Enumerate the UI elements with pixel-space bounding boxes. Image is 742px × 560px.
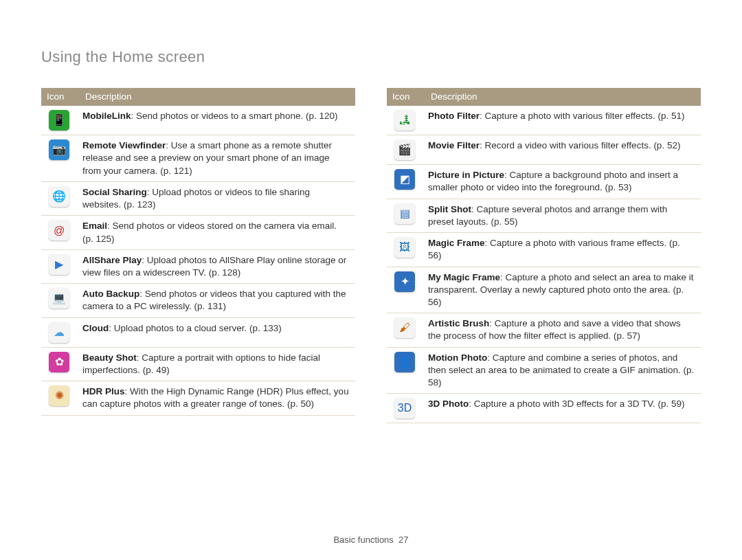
motion-photo-icon: 👤 — [394, 352, 415, 372]
icon-cell: 🖌 — [387, 313, 425, 347]
beauty-shot-icon: ✿ — [49, 352, 69, 372]
feature-title: 3D Photo — [428, 399, 469, 409]
feature-title: HDR Plus — [82, 386, 125, 396]
description-cell: Picture in Picture: Capture a background… — [425, 165, 701, 199]
feature-description: : Record a video with various filter eff… — [480, 140, 680, 150]
footer-page-number: 27 — [398, 535, 408, 545]
description-cell: HDR Plus: With the High Dynamic Range (H… — [80, 381, 355, 415]
content-columns: Icon Description 📱MobileLink: Send photo… — [41, 88, 701, 423]
description-cell: Beauty Shot: Capture a portrait with opt… — [80, 347, 355, 381]
icon-cell: 📷 — [41, 135, 80, 182]
icon-cell: ✦ — [387, 267, 425, 313]
feature-title: Movie Filter — [428, 140, 480, 150]
feature-title: Beauty Shot — [82, 352, 137, 363]
description-cell: Magic Frame: Capture a photo with variou… — [425, 233, 701, 267]
table-row: ✿Beauty Shot: Capture a portrait with op… — [41, 347, 355, 381]
icon-cell: ▤ — [387, 199, 425, 232]
feature-title: Auto Backup — [82, 289, 139, 299]
table-header-icon: Icon — [387, 88, 425, 106]
table-row: 👤Motion Photo: Capture and combine a ser… — [387, 347, 701, 394]
feature-description: : Capture a photo with 3D effects for a … — [469, 399, 684, 409]
description-cell: Email: Send photos or videos stored on t… — [80, 216, 355, 249]
feature-title: Social Sharing — [82, 187, 147, 197]
description-cell: Split Shot: Capture several photos and a… — [425, 199, 701, 232]
feature-title: Split Shot — [428, 204, 471, 214]
features-table-left: Icon Description 📱MobileLink: Send photo… — [41, 88, 355, 416]
three-d-photo-icon: 3D — [394, 398, 415, 418]
table-row: 💻Auto Backup: Send photos or videos that… — [41, 284, 355, 317]
icon-cell: 💻 — [41, 284, 80, 317]
icon-cell: ▶ — [41, 249, 80, 283]
page-footer: Basic functions 27 — [0, 535, 742, 545]
table-row: 🖼Magic Frame: Capture a photo with vario… — [387, 233, 701, 267]
feature-description: : Capture a photo with various filter ef… — [480, 111, 684, 121]
icon-cell: ☁ — [41, 317, 80, 347]
table-row: 🖌Artistic Brush: Capture a photo and sav… — [387, 313, 701, 347]
description-cell: Motion Photo: Capture and combine a seri… — [425, 347, 701, 394]
split-shot-icon: ▤ — [394, 203, 415, 224]
table-row: ✦My Magic Frame: Capture a photo and sel… — [387, 267, 701, 313]
table-row: ☁Cloud: Upload photos to a cloud server.… — [41, 317, 355, 347]
right-column: Icon Description 🏞Photo Filter: Capture … — [387, 88, 701, 423]
photo-filter-icon: 🏞 — [394, 110, 415, 131]
features-table-right: Icon Description 🏞Photo Filter: Capture … — [387, 88, 701, 423]
hdr-plus-icon: ✺ — [49, 385, 69, 406]
description-cell: Photo Filter: Capture a photo with vario… — [425, 106, 701, 135]
table-row: 📱MobileLink: Send photos or videos to a … — [41, 106, 355, 135]
feature-title: Motion Photo — [428, 352, 487, 363]
icon-cell: 🖼 — [387, 233, 425, 267]
feature-description: : Upload photos to a cloud server. (p. 1… — [109, 323, 281, 333]
feature-title: MobileLink — [82, 111, 131, 121]
table-row: ✺HDR Plus: With the High Dynamic Range (… — [41, 381, 355, 415]
icon-cell: 3D — [387, 394, 425, 423]
description-cell: Cloud: Upload photos to a cloud server. … — [80, 317, 355, 347]
feature-title: Magic Frame — [428, 238, 485, 248]
description-cell: Auto Backup: Send photos or videos that … — [80, 284, 355, 317]
allshare-play-icon: ▶ — [49, 254, 69, 275]
magic-frame-icon: 🖼 — [394, 237, 415, 258]
description-cell: Remote Viewfinder: Use a smart phone as … — [80, 135, 355, 182]
description-cell: AllShare Play: Upload photos to AllShare… — [80, 249, 355, 283]
table-row: ▤Split Shot: Capture several photos and … — [387, 199, 701, 232]
table-row: ▶AllShare Play: Upload photos to AllShar… — [41, 249, 355, 283]
feature-title: AllShare Play — [82, 255, 142, 265]
feature-title: Email — [82, 221, 107, 231]
cloud-icon: ☁ — [49, 322, 69, 343]
icon-cell: 👤 — [387, 347, 425, 394]
table-row: 🏞Photo Filter: Capture a photo with vari… — [387, 106, 701, 135]
icon-cell: @ — [41, 216, 80, 249]
table-row: 📷Remote Viewfinder: Use a smart phone as… — [41, 135, 355, 182]
feature-description: : Send photos or videos to a smart phone… — [131, 111, 338, 121]
movie-filter-icon: 🎬 — [394, 139, 415, 160]
remote-viewfinder-icon: 📷 — [49, 139, 69, 160]
auto-backup-icon: 💻 — [49, 288, 69, 309]
table-header-icon: Icon — [41, 88, 80, 106]
table-row: ◩Picture in Picture: Capture a backgroun… — [387, 165, 701, 199]
icon-cell: 🏞 — [387, 106, 425, 135]
feature-title: Picture in Picture — [428, 170, 504, 180]
artistic-brush-icon: 🖌 — [394, 317, 415, 338]
feature-description: : Send photos or videos stored on the ca… — [82, 221, 337, 243]
description-cell: Movie Filter: Record a video with variou… — [425, 135, 701, 165]
footer-section: Basic functions — [333, 535, 393, 545]
table-row: @Email: Send photos or videos stored on … — [41, 216, 355, 249]
mobilelink-icon: 📱 — [49, 110, 69, 131]
icon-cell: ◩ — [387, 165, 425, 199]
icon-cell: ✿ — [41, 347, 80, 381]
feature-title: Cloud — [82, 323, 109, 333]
manual-page: Using the Home screen Icon Description 📱… — [0, 0, 742, 423]
feature-title: Artistic Brush — [428, 318, 489, 328]
picture-in-picture-icon: ◩ — [394, 169, 415, 190]
icon-cell: 🌐 — [41, 181, 80, 215]
table-row: 🌐Social Sharing: Upload photos or videos… — [41, 181, 355, 215]
description-cell: Artistic Brush: Capture a photo and save… — [425, 313, 701, 347]
table-row: 🎬Movie Filter: Record a video with vario… — [387, 135, 701, 165]
left-column: Icon Description 📱MobileLink: Send photo… — [41, 88, 355, 423]
page-title: Using the Home screen — [41, 48, 701, 66]
icon-cell: 🎬 — [387, 135, 425, 165]
table-row: 3D3D Photo: Capture a photo with 3D effe… — [387, 394, 701, 423]
my-magic-frame-icon: ✦ — [394, 271, 415, 292]
icon-cell: 📱 — [41, 106, 80, 135]
description-cell: Social Sharing: Upload photos or videos … — [80, 181, 355, 215]
feature-title: My Magic Frame — [428, 272, 500, 282]
